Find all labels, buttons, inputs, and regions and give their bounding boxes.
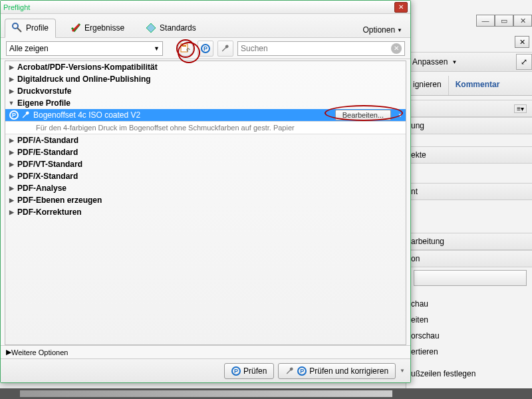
bg-section-5[interactable]: arbeitung bbox=[406, 233, 532, 250]
svg-marker-3 bbox=[146, 23, 156, 33]
bg-item-3[interactable]: orschau bbox=[406, 327, 532, 344]
dialog-title: Preflight bbox=[3, 3, 30, 11]
fullscreen-icon[interactable]: ⤢ bbox=[516, 54, 532, 70]
dialog-footer: P Prüfen P Prüfen und korrigieren ▼ bbox=[1, 358, 410, 382]
optionen-menu[interactable]: Optionen▼ bbox=[358, 23, 406, 37]
profile-tree[interactable]: ▶Acrobat/PDF-Versions-Kompatibilität ▶Di… bbox=[5, 61, 406, 345]
bg-tab-kommentar[interactable]: Kommentar bbox=[448, 76, 507, 95]
wrench-icon bbox=[21, 110, 31, 120]
tree-category[interactable]: ▶PDF-Korrekturen bbox=[5, 206, 406, 218]
wrench-icon bbox=[221, 44, 230, 53]
pruefen-korrigieren-button[interactable]: P Prüfen und korrigieren bbox=[278, 363, 396, 379]
tab-standards-label: Standards bbox=[160, 23, 196, 33]
tree-category[interactable]: ▶Digitaldruck und Online-Publishing bbox=[5, 73, 406, 85]
bg-tabs: ignieren Kommentar bbox=[406, 76, 532, 96]
bg-section-4[interactable]: nt bbox=[406, 183, 532, 200]
bg-section-1[interactable]: ≡▾ bbox=[406, 100, 532, 117]
tree-category[interactable]: ▶PDF-Analyse bbox=[5, 182, 406, 194]
bg-item-1[interactable]: chau bbox=[406, 295, 532, 313]
disclosure-icon: ▶ bbox=[8, 64, 15, 70]
bg-section-2[interactable]: ung bbox=[406, 117, 532, 134]
profile-wrench-icon bbox=[180, 43, 191, 54]
new-profile-button[interactable] bbox=[178, 41, 194, 57]
tree-category[interactable]: ▶PDF/VT-Standard bbox=[5, 158, 406, 170]
bg-toolbar: Anpassen▼ ⤢ bbox=[406, 52, 532, 72]
tab-ergebnisse-label: Ergebnisse bbox=[84, 23, 124, 33]
status-bar bbox=[0, 388, 532, 399]
anpassen-menu[interactable]: Anpassen bbox=[412, 57, 448, 66]
chevron-down-icon[interactable]: ▼ bbox=[400, 368, 405, 374]
disclosure-icon: ▼ bbox=[8, 100, 15, 106]
svg-line-1 bbox=[17, 28, 21, 32]
inspect-button[interactable]: P bbox=[198, 41, 213, 57]
svg-rect-4 bbox=[181, 44, 188, 52]
disclosure-icon: ▶ bbox=[8, 173, 15, 180]
panel-close-button[interactable]: ✕ bbox=[515, 36, 529, 48]
profile-icon bbox=[12, 23, 23, 33]
disclosure-icon[interactable]: ▶ bbox=[6, 348, 11, 356]
tree-category[interactable]: ▶PDF-Ebenen erzeugen bbox=[5, 194, 406, 206]
tree-category[interactable]: ▶PDF/A-Standard bbox=[5, 134, 406, 146]
minimize-button[interactable]: — bbox=[476, 15, 495, 27]
tab-ergebnisse[interactable]: Ergebnisse bbox=[64, 19, 131, 37]
tree-category[interactable]: ▼Eigene Profile bbox=[5, 97, 406, 109]
disclosure-icon: ▶ bbox=[8, 209, 15, 215]
bg-item-4[interactable]: ertieren bbox=[406, 343, 532, 360]
dialog-close-button[interactable]: ✕ bbox=[394, 2, 408, 13]
chevron-down-icon: ▼ bbox=[154, 45, 160, 52]
preflight-dialog: Preflight ✕ Profile Ergebnisse Standards… bbox=[0, 0, 411, 383]
search-box[interactable]: ✕ bbox=[237, 41, 405, 56]
filter-dropdown[interactable]: Alle zeigen ▼ bbox=[6, 41, 163, 56]
disclosure-icon: ▶ bbox=[8, 76, 15, 82]
selected-profile-description: Für den 4-farbigen Druck im Bogenoffset … bbox=[5, 121, 406, 134]
svg-rect-5 bbox=[182, 45, 186, 47]
disclosure-icon: ▶ bbox=[8, 197, 15, 203]
clear-search-icon[interactable]: ✕ bbox=[391, 43, 402, 54]
filter-bar: Alle zeigen ▼ P ✕ bbox=[1, 38, 410, 59]
edit-button[interactable]: Bearbeiten... bbox=[335, 110, 391, 120]
check-icon bbox=[70, 23, 81, 33]
maximize-button[interactable]: ▭ bbox=[495, 15, 513, 27]
disclosure-icon: ▶ bbox=[8, 137, 15, 144]
filter-label: Alle zeigen bbox=[9, 44, 49, 53]
bg-tab-sign[interactable]: ignieren bbox=[406, 76, 448, 95]
tab-profile[interactable]: Profile bbox=[5, 19, 56, 38]
tree-category[interactable]: ▶Druckvorstufe bbox=[5, 85, 406, 97]
dialog-tabs: Profile Ergebnisse Standards Optionen▼ bbox=[1, 14, 410, 38]
search-input[interactable] bbox=[241, 44, 391, 53]
bg-button[interactable] bbox=[414, 270, 527, 286]
p-icon: P bbox=[231, 366, 241, 376]
disclosure-icon: ▶ bbox=[8, 161, 15, 168]
disclosure-icon: ▶ bbox=[8, 185, 15, 192]
tab-standards[interactable]: Standards bbox=[139, 19, 203, 37]
bg-section-3[interactable]: ekte bbox=[406, 146, 532, 164]
close-button[interactable]: ✕ bbox=[513, 15, 532, 27]
tree-category[interactable]: ▶PDF/X-Standard bbox=[5, 170, 406, 182]
p-icon: P bbox=[297, 366, 307, 376]
bg-section-6[interactable]: on bbox=[406, 250, 532, 267]
tree-category[interactable]: ▶Acrobat/PDF-Versions-Kompatibilität bbox=[5, 61, 406, 73]
pruefen-button[interactable]: P Prüfen bbox=[224, 363, 274, 379]
svg-point-0 bbox=[13, 23, 18, 29]
bg-item-2[interactable]: eiten bbox=[406, 311, 532, 329]
tree-footer: ▶ Weitere Optionen bbox=[1, 345, 410, 358]
tree-category[interactable]: ▶PDF/E-Standard bbox=[5, 146, 406, 158]
dialog-titlebar: Preflight ✕ bbox=[1, 1, 410, 14]
profile-item-icon: P bbox=[9, 110, 20, 120]
tree-item-selected[interactable]: P Bogenoffset 4c ISO coated V2 Bearbeite… bbox=[5, 109, 406, 121]
tab-profile-label: Profile bbox=[26, 23, 49, 33]
wrench-button[interactable] bbox=[217, 41, 233, 57]
window-controls: — ▭ ✕ bbox=[476, 15, 532, 27]
standards-icon bbox=[146, 23, 156, 33]
weitere-optionen[interactable]: Weitere Optionen bbox=[11, 348, 68, 356]
selected-profile-name: Bogenoffset 4c ISO coated V2 bbox=[33, 110, 140, 120]
wrench-icon bbox=[285, 366, 295, 376]
disclosure-icon: ▶ bbox=[8, 88, 15, 94]
p-icon: P bbox=[201, 44, 210, 53]
bg-item-5[interactable]: ußzeilen festlegen bbox=[406, 365, 532, 382]
disclosure-icon: ▶ bbox=[8, 149, 15, 156]
chevron-down-icon[interactable]: ▼ bbox=[398, 112, 403, 118]
